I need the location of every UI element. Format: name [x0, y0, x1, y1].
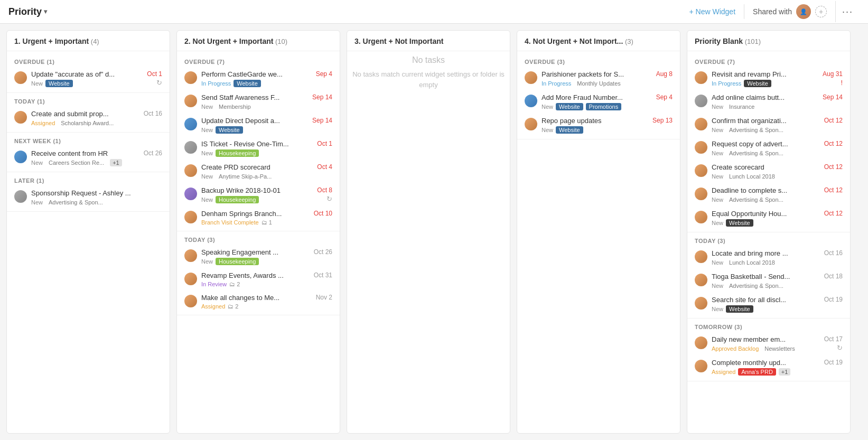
task-item[interactable]: Make all changes to Me...Assigned🗂 2Nov …: [177, 291, 340, 313]
task-item[interactable]: Perform CastleGarde we...In ProgressWebs…: [177, 67, 340, 90]
task-item[interactable]: Confirm that organizati...NewAdvertising…: [687, 114, 850, 137]
empty-title: No tasks: [412, 55, 445, 65]
folder-icon: 🗂 2: [229, 281, 240, 287]
task-right: Oct 16: [822, 249, 843, 257]
task-date: Oct 12: [824, 210, 843, 217]
task-item[interactable]: Create and submit prop...AssignedScholar…: [7, 107, 170, 130]
task-item[interactable]: Repo page updatesNewWebsiteSep 13: [517, 114, 680, 137]
task-status: New: [201, 258, 213, 265]
section-label: OVERDUE (7): [177, 55, 340, 67]
task-content: Make all changes to Me...Assigned🗂 2: [201, 294, 307, 310]
column-title: 2. Not Urgent + Important: [184, 37, 273, 45]
task-status: New: [201, 127, 213, 133]
task-meta: In ProgressMonthly Updates: [542, 80, 647, 87]
task-meta: In ProgressWebsite: [201, 80, 307, 87]
section-label: OVERDUE (1): [7, 55, 170, 67]
avatar: [695, 141, 707, 154]
task-item[interactable]: Receive content from HRNewCareers Sectio…: [7, 146, 170, 170]
task-item[interactable]: Tioga Basketball - Send...NewAdvertising…: [687, 269, 850, 293]
task-item[interactable]: Search site for all discl...NewWebsiteOc…: [687, 293, 850, 316]
page-title[interactable]: Priority ▾: [8, 6, 47, 17]
avatar: [695, 360, 707, 372]
task-item[interactable]: IS Ticket - Revise One-Tim...NewHousekee…: [177, 137, 340, 160]
task-content: Create PRD scorecardNewAnytime Skip-a-Pa…: [201, 163, 307, 180]
task-item[interactable]: Locate and bring more ...NewLunch Local …: [687, 246, 850, 269]
task-right: Oct 12: [822, 210, 843, 217]
avatar: [14, 190, 27, 203]
task-meta: NewAnytime Skip-a-Pa...: [201, 173, 307, 180]
section-label: TODAY (3): [177, 233, 340, 245]
task-right: Sep 14: [822, 93, 843, 101]
task-item[interactable]: Equal Opportunity Hou...NewWebsiteOct 12: [687, 207, 850, 230]
task-item[interactable]: Parishioner packets for S...In ProgressM…: [517, 67, 680, 90]
avatar: [695, 336, 707, 349]
avatar: 👤: [796, 4, 811, 19]
task-item[interactable]: Create scorecardNewLunch Local 2018Oct 1…: [687, 160, 850, 183]
task-right: Nov 2: [311, 294, 332, 301]
task-status: New: [712, 173, 723, 180]
task-item[interactable]: Daily new member em...Approved BacklogNe…: [687, 332, 850, 355]
task-meta: NewWebsite: [201, 126, 307, 134]
avatar: [525, 95, 537, 107]
task-meta: AssignedAnna's PRD+1: [712, 368, 817, 376]
task-meta: NewInsurance: [712, 103, 817, 110]
task-tag: +1: [779, 368, 791, 376]
task-meta: NewAdvertising & Spon...: [712, 126, 817, 134]
shared-with-label: Shared with: [753, 7, 792, 16]
task-date: Oct 19: [824, 359, 843, 366]
task-item[interactable]: Complete monthly upd...AssignedAnna's PR…: [687, 355, 850, 379]
warning-icon: !: [841, 79, 843, 87]
task-meta: Branch Visit Complete🗂 1: [201, 219, 307, 226]
task-status: Branch Visit Complete: [201, 219, 259, 226]
task-title: Create scorecard: [712, 163, 817, 171]
avatar: [14, 151, 27, 163]
task-title: Speaking Engagement ...: [201, 248, 307, 256]
task-item[interactable]: Create PRD scorecardNewAnytime Skip-a-Pa…: [177, 160, 340, 183]
task-content: Add online claims butt...NewInsurance: [712, 93, 817, 110]
task-item[interactable]: Revamp Events, Awards ...In Review🗂 2Oct…: [177, 268, 340, 291]
task-meta: NewAdvertising & Spon...: [712, 196, 817, 203]
column: 4. Not Urgent + Not Import... (3)OVERDUE…: [517, 30, 680, 434]
task-title: Send Staff Awareness F...: [201, 93, 307, 101]
task-right: Oct 19: [822, 359, 843, 366]
task-right: Oct 19: [822, 296, 843, 303]
task-item[interactable]: Speaking Engagement ...NewHousekeepingOc…: [177, 245, 340, 268]
task-tag: Advertising & Spon...: [726, 149, 787, 157]
avatar: [184, 273, 197, 285]
task-tag: Housekeeping: [216, 258, 259, 265]
task-meta: Assigned🗂 2: [201, 303, 307, 310]
task-item[interactable]: Denham Springs Branch...Branch Visit Com…: [177, 207, 340, 229]
task-title: Confirm that organizati...: [712, 117, 817, 125]
task-content: Daily new member em...Approved BacklogNe…: [712, 335, 817, 352]
task-item[interactable]: Update "accurate as of" d...NewWebsiteOc…: [7, 67, 170, 90]
task-right: Oct 26: [141, 149, 162, 157]
task-date: Sep 4: [656, 93, 673, 101]
more-options-button[interactable]: ···: [836, 3, 860, 21]
task-item[interactable]: Request copy of advert...NewAdvertising …: [687, 137, 850, 160]
task-content: Speaking Engagement ...NewHousekeeping: [201, 248, 307, 265]
task-item[interactable]: Add More Fraud Number...NewWebsitePromot…: [517, 90, 680, 114]
column-header: Priority Blank (101): [687, 31, 850, 51]
task-title: Make all changes to Me...: [201, 294, 307, 302]
task-item[interactable]: Update Direct Deposit a...NewWebsiteSep …: [177, 114, 340, 137]
task-status: New: [712, 196, 723, 203]
new-widget-button[interactable]: + New Widget: [681, 4, 745, 19]
task-item[interactable]: Revisit and revamp Pri...In ProgressWebs…: [687, 67, 850, 90]
task-item[interactable]: Add online claims butt...NewInsuranceSep…: [687, 90, 850, 114]
task-item[interactable]: Deadline to complete s...NewAdvertising …: [687, 183, 850, 207]
task-date: Nov 2: [316, 294, 332, 301]
column-header: 2. Not Urgent + Important (10): [177, 31, 340, 51]
column-header: 4. Not Urgent + Not Import... (3): [517, 31, 680, 51]
task-date: Oct 26: [314, 248, 332, 256]
task-item[interactable]: Sponsorship Request - Ashley ...NewAdver…: [7, 186, 170, 209]
add-share-button[interactable]: +: [815, 6, 827, 17]
task-right: Oct 18: [822, 273, 843, 280]
task-item[interactable]: Backup Wrike 2018-10-01NewHousekeepingOc…: [177, 183, 340, 207]
column-count: (101): [743, 38, 761, 45]
task-item[interactable]: Send Staff Awareness F...NewMembershipSe…: [177, 90, 340, 114]
repeat-icon: ↻: [326, 195, 332, 203]
task-status: Approved Backlog: [712, 345, 759, 352]
task-title: Create PRD scorecard: [201, 163, 307, 171]
task-right: Oct 1↻: [141, 70, 162, 87]
task-right: Aug 31!: [822, 70, 843, 87]
